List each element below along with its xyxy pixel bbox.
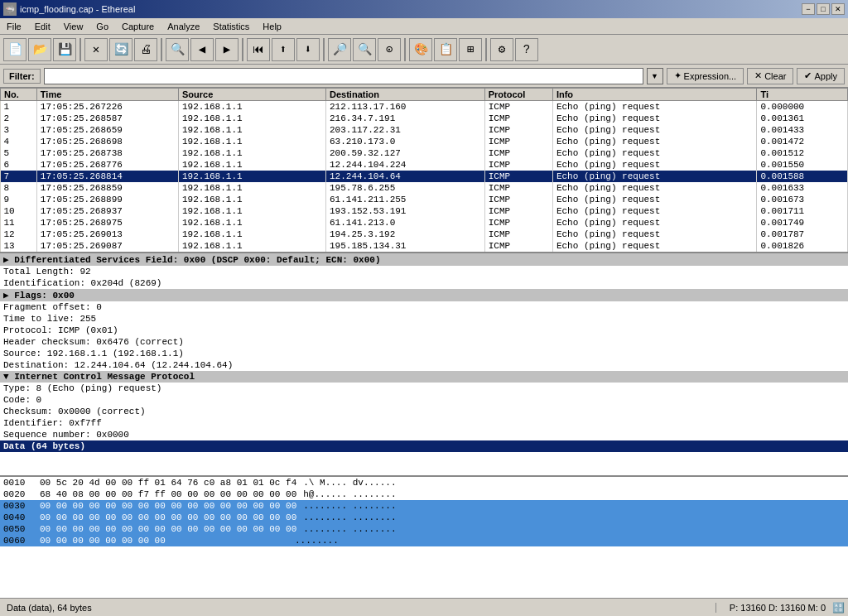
back-button[interactable]: ◀ xyxy=(190,38,214,61)
toolbar: 📄📂💾✕🔄🖨🔍◀▶⏮⬆⬇🔎🔍⊙🎨📋⊞⚙? xyxy=(0,35,848,65)
col-info: Info xyxy=(552,89,757,101)
decode-as-button[interactable]: 📋 xyxy=(434,38,457,61)
cell-info: Echo (ping) request xyxy=(552,240,757,252)
cell-dst: 200.59.32.127 xyxy=(326,147,485,159)
menu-edit[interactable]: Edit xyxy=(28,20,57,33)
packet-list-container: No. Time Source Destination Protocol Inf… xyxy=(0,88,848,253)
cell-no: 5 xyxy=(1,147,37,159)
cell-ti: 0.001749 xyxy=(757,217,848,229)
filter-dropdown[interactable]: ▼ xyxy=(647,68,663,84)
filter-input[interactable] xyxy=(44,68,643,84)
new-button[interactable]: 📄 xyxy=(3,38,26,61)
cell-time: 17:05:25.268937 xyxy=(36,205,178,217)
table-row[interactable]: 1117:05:25.268975192.168.1.161.141.213.0… xyxy=(1,217,848,229)
hex-row: 002068 40 08 00 00 00 f7 ff 00 00 00 00 … xyxy=(0,488,848,500)
cell-time: 17:05:25.268698 xyxy=(36,136,178,147)
grid-button[interactable]: ⊞ xyxy=(459,38,482,61)
hex-ascii: ........ ........ xyxy=(303,524,396,534)
hex-ascii: ........ ........ xyxy=(303,513,396,522)
go-prev-button[interactable]: ⬆ xyxy=(272,38,295,61)
zoom-out-button[interactable]: 🔍 xyxy=(353,38,376,61)
colorize-button[interactable]: 🎨 xyxy=(409,38,432,61)
hex-pane: 001000 5c 20 4d 00 00 ff 01 64 76 c0 a8 … xyxy=(0,477,848,598)
expression-button[interactable]: ✦ Expression... xyxy=(667,68,744,84)
menu-help[interactable]: Help xyxy=(256,20,288,33)
clear-icon: ✕ xyxy=(754,70,762,81)
cell-proto: ICMP xyxy=(484,147,552,159)
toolbar-separator xyxy=(242,38,243,61)
table-row[interactable]: 1317:05:25.269087192.168.1.1195.185.134.… xyxy=(1,240,848,252)
menu-statistics[interactable]: Statistics xyxy=(206,20,256,33)
window-title: icmp_flooding.cap - Ethereal xyxy=(20,4,135,14)
cell-no: 6 xyxy=(1,159,37,171)
menu-capture[interactable]: Capture xyxy=(115,20,161,33)
prefs-button[interactable]: ⚙ xyxy=(490,38,513,61)
title-bar: 🦈 icmp_flooding.cap - Ethereal − □ ✕ xyxy=(0,0,848,18)
table-row[interactable]: 917:05:25.268899192.168.1.161.141.211.25… xyxy=(1,194,848,205)
toolbar-separator xyxy=(323,38,325,61)
cell-dst: 216.34.7.191 xyxy=(326,113,485,124)
table-row[interactable]: 717:05:25.268814192.168.1.112.244.104.64… xyxy=(1,171,848,182)
detail-line: ▶ Flags: 0x00 xyxy=(0,289,848,301)
clear-button[interactable]: ✕ Clear xyxy=(747,68,793,84)
menu-file[interactable]: File xyxy=(0,20,28,33)
cell-ti: 0.001633 xyxy=(757,182,848,194)
cell-time: 17:05:25.268899 xyxy=(36,194,178,205)
open-button[interactable]: 📂 xyxy=(28,38,51,61)
col-ti: Ti xyxy=(757,89,848,101)
table-row[interactable]: 617:05:25.268776192.168.1.112.244.104.22… xyxy=(1,159,848,171)
maximize-button[interactable]: □ xyxy=(817,3,830,15)
cell-ti: 0.001472 xyxy=(757,136,848,147)
go-next-button[interactable]: ⬇ xyxy=(296,38,320,61)
cell-proto: ICMP xyxy=(484,171,552,182)
cell-ti: 0.001550 xyxy=(757,159,848,171)
table-row[interactable]: 117:05:25.267226192.168.1.1212.113.17.16… xyxy=(1,101,848,113)
title-bar-controls[interactable]: − □ ✕ xyxy=(802,3,845,15)
cell-time: 17:05:25.268738 xyxy=(36,147,178,159)
zoom-in-button[interactable]: 🔎 xyxy=(328,38,351,61)
detail-line: Protocol: ICMP (0x01) xyxy=(0,325,848,336)
cell-dst: 63.210.173.0 xyxy=(326,136,485,147)
save-button[interactable]: 💾 xyxy=(53,38,76,61)
cell-no: 9 xyxy=(1,194,37,205)
cell-time: 17:05:25.267226 xyxy=(36,101,178,113)
close-button[interactable]: ✕ xyxy=(831,3,845,15)
apply-button[interactable]: ✔ Apply xyxy=(797,68,845,84)
table-row[interactable]: 317:05:25.268659192.168.1.1203.117.22.31… xyxy=(1,124,848,136)
help-btn-button[interactable]: ? xyxy=(515,38,538,61)
cell-src: 192.168.1.1 xyxy=(178,240,325,252)
hex-bytes: 68 40 08 00 00 00 f7 ff 00 00 00 00 00 0… xyxy=(40,489,296,499)
hex-row: 003000 00 00 00 00 00 00 00 00 00 00 00 … xyxy=(0,500,848,512)
cell-proto: ICMP xyxy=(484,229,552,240)
find-button[interactable]: 🔍 xyxy=(166,38,189,61)
cell-no: 4 xyxy=(1,136,37,147)
cell-info: Echo (ping) request xyxy=(552,194,757,205)
table-row[interactable]: 217:05:25.268587192.168.1.1216.34.7.191I… xyxy=(1,113,848,124)
cell-dst: 12.244.104.224 xyxy=(326,159,485,171)
table-row[interactable]: 817:05:25.268859192.168.1.1195.78.6.255I… xyxy=(1,182,848,194)
cell-time: 17:05:25.268814 xyxy=(36,171,178,182)
print-button[interactable]: 🖨 xyxy=(134,38,157,61)
cell-info: Echo (ping) request xyxy=(552,113,757,124)
detail-line: Type: 8 (Echo (ping) request) xyxy=(0,383,848,394)
cell-no: 7 xyxy=(1,171,37,182)
hex-bytes: 00 00 00 00 00 00 00 00 00 00 00 00 00 0… xyxy=(40,513,296,522)
forward-button[interactable]: ▶ xyxy=(215,38,238,61)
menu-analyze[interactable]: Analyze xyxy=(161,20,206,33)
menu-view[interactable]: View xyxy=(57,20,90,33)
go-first-button[interactable]: ⏮ xyxy=(247,38,270,61)
menu-go[interactable]: Go xyxy=(89,20,115,33)
cell-info: Echo (ping) request xyxy=(552,136,757,147)
zoom-fit-button[interactable]: ⊙ xyxy=(378,38,401,61)
cell-ti: 0.001512 xyxy=(757,147,848,159)
hex-row: 006000 00 00 00 00 00 00 00........ xyxy=(0,535,848,546)
table-row[interactable]: 1017:05:25.268937192.168.1.1193.152.53.1… xyxy=(1,205,848,217)
cell-info: Echo (ping) request xyxy=(552,229,757,240)
cell-src: 192.168.1.1 xyxy=(178,205,325,217)
table-row[interactable]: 417:05:25.268698192.168.1.163.210.173.0I… xyxy=(1,136,848,147)
table-row[interactable]: 1217:05:25.269013192.168.1.1194.25.3.192… xyxy=(1,229,848,240)
close-file-button[interactable]: ✕ xyxy=(84,38,108,61)
minimize-button[interactable]: − xyxy=(802,3,815,15)
reload-button[interactable]: 🔄 xyxy=(109,38,132,61)
table-row[interactable]: 517:05:25.268738192.168.1.1200.59.32.127… xyxy=(1,147,848,159)
